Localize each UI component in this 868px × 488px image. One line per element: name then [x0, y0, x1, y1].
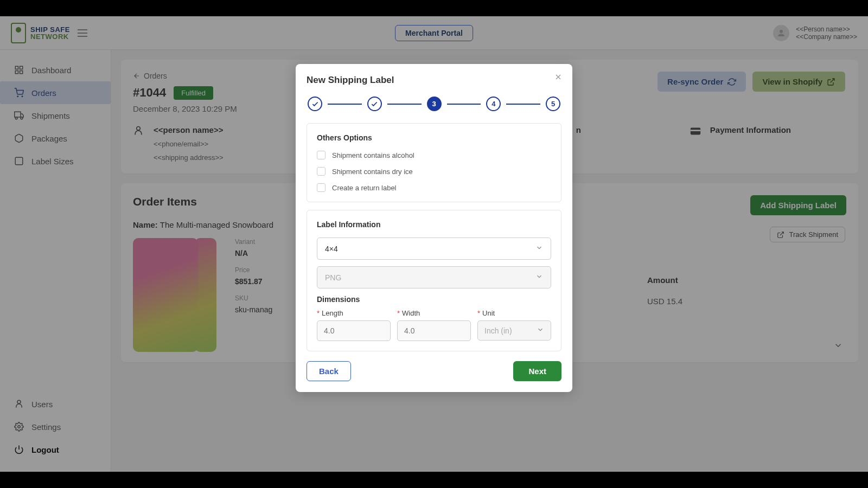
next-button[interactable]: Next: [513, 361, 561, 381]
format-select[interactable]: PNG: [317, 266, 551, 288]
step-line: [447, 104, 481, 105]
step-5[interactable]: 5: [546, 97, 560, 111]
step-2[interactable]: [367, 97, 382, 111]
opt-dryice[interactable]: Shipment contains dry ice: [317, 167, 551, 176]
unit-label: *Unit: [477, 309, 551, 317]
step-line: [328, 104, 362, 105]
format-value: PNG: [325, 273, 341, 282]
width-label: *Width: [397, 309, 471, 317]
opt-dryice-label: Shipment contains dry ice: [332, 168, 413, 176]
opt-return-label: Create a return label: [332, 184, 397, 192]
length-label: *Length: [317, 309, 391, 317]
check-icon: [371, 100, 378, 108]
checkbox-icon: [317, 167, 326, 176]
width-input[interactable]: [397, 320, 471, 341]
opt-alcohol-label: Shipment contains alcohol: [332, 151, 414, 159]
opt-alcohol[interactable]: Shipment contains alcohol: [317, 151, 551, 159]
back-button[interactable]: Back: [307, 361, 351, 381]
length-input[interactable]: [317, 320, 391, 341]
chevron-down-icon: [537, 326, 544, 335]
letterbox-bottom: [0, 472, 868, 488]
size-value: 4×4: [325, 245, 338, 253]
label-info-panel: Label Information 4×4 PNG Dimensions *Le…: [307, 210, 561, 351]
step-line: [387, 104, 422, 105]
new-shipping-label-modal: New Shipping Label 3 4 5 Others Options …: [296, 64, 572, 392]
close-button[interactable]: [554, 73, 563, 84]
step-1[interactable]: [308, 97, 322, 111]
dimensions-title: Dimensions: [317, 295, 551, 304]
label-info-title: Label Information: [317, 220, 551, 229]
length-field: *Length: [317, 309, 391, 341]
check-icon: [311, 100, 319, 108]
chevron-down-icon: [535, 273, 543, 282]
checkbox-icon: [317, 151, 326, 159]
stepper: 3 4 5: [307, 97, 561, 111]
others-title: Others Options: [317, 133, 551, 142]
step-line: [506, 104, 540, 105]
step-3[interactable]: 3: [427, 97, 442, 111]
modal-title: New Shipping Label: [307, 75, 561, 86]
others-panel: Others Options Shipment contains alcohol…: [307, 123, 561, 202]
opt-return[interactable]: Create a return label: [317, 183, 551, 192]
size-select[interactable]: 4×4: [317, 237, 551, 260]
modal-footer: Back Next: [307, 361, 561, 381]
unit-select[interactable]: Inch (in): [477, 320, 551, 341]
letterbox-top: [0, 0, 868, 16]
checkbox-icon: [317, 183, 326, 192]
close-icon: [554, 73, 563, 81]
chevron-down-icon: [535, 244, 543, 253]
step-4[interactable]: 4: [486, 97, 501, 111]
width-field: *Width: [397, 309, 471, 341]
unit-value: Inch (in): [484, 326, 512, 335]
dimensions-row: *Length *Width *Unit Inch (in): [317, 309, 551, 341]
unit-field: *Unit Inch (in): [477, 309, 551, 341]
